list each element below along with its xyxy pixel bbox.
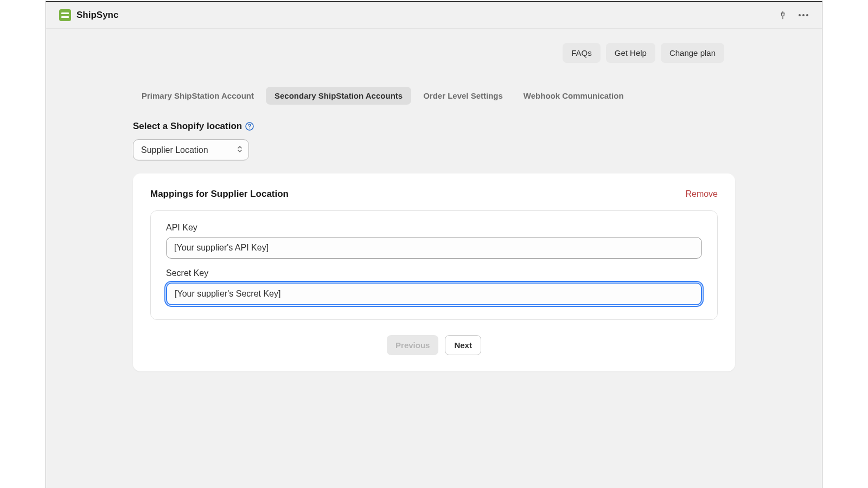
pin-icon[interactable] xyxy=(777,10,788,21)
svg-point-4 xyxy=(806,14,808,16)
remove-button[interactable]: Remove xyxy=(685,189,718,199)
secret-key-field-group: Secret Key xyxy=(166,268,702,305)
credentials-inner-card: API Key Secret Key xyxy=(150,210,718,320)
change-plan-button[interactable]: Change plan xyxy=(661,43,724,63)
header-left: ShipSync xyxy=(59,9,118,21)
secret-key-input[interactable] xyxy=(166,282,702,305)
tabs: Primary ShipStation Account Secondary Sh… xyxy=(133,87,735,105)
tab-webhook-communication[interactable]: Webhook Communication xyxy=(515,87,633,105)
nav-buttons: Previous Next xyxy=(150,335,718,355)
tab-primary-shipstation[interactable]: Primary ShipStation Account xyxy=(133,87,263,105)
svg-point-3 xyxy=(802,14,805,16)
top-actions: FAQs Get Help Change plan xyxy=(133,43,735,63)
tab-secondary-shipstation[interactable]: Secondary ShipStation Accounts xyxy=(266,87,411,105)
header-right xyxy=(777,10,809,21)
api-key-input[interactable] xyxy=(166,237,702,259)
svg-rect-1 xyxy=(61,16,69,18)
secret-key-label: Secret Key xyxy=(166,268,702,278)
app-header: ShipSync xyxy=(46,2,822,29)
content-area: FAQs Get Help Change plan Primary ShipSt… xyxy=(46,29,822,371)
app-logo-icon xyxy=(59,9,71,21)
location-label: Select a Shopify location xyxy=(133,121,242,132)
tab-order-level-settings[interactable]: Order Level Settings xyxy=(414,87,512,105)
svg-rect-0 xyxy=(61,12,69,14)
location-select[interactable]: Supplier Location xyxy=(133,139,249,160)
mappings-card: Mappings for Supplier Location Remove AP… xyxy=(133,174,735,371)
previous-button[interactable]: Previous xyxy=(387,335,438,355)
next-button[interactable]: Next xyxy=(445,335,481,355)
svg-point-2 xyxy=(799,14,801,16)
location-label-row: Select a Shopify location xyxy=(133,121,735,132)
card-title: Mappings for Supplier Location xyxy=(150,189,289,200)
api-key-label: API Key xyxy=(166,223,702,233)
help-icon[interactable] xyxy=(245,122,254,131)
more-icon[interactable] xyxy=(798,10,809,21)
api-key-field-group: API Key xyxy=(166,223,702,259)
faqs-button[interactable]: FAQs xyxy=(563,43,601,63)
app-title: ShipSync xyxy=(76,10,118,21)
left-margin xyxy=(0,0,46,488)
location-select-wrap: Supplier Location xyxy=(133,139,249,160)
svg-point-6 xyxy=(250,128,250,129)
get-help-button[interactable]: Get Help xyxy=(606,43,655,63)
right-margin xyxy=(822,0,868,488)
app-frame: ShipSync FAQs Get Help Change plan Prima… xyxy=(46,1,822,488)
card-header: Mappings for Supplier Location Remove xyxy=(150,189,718,200)
